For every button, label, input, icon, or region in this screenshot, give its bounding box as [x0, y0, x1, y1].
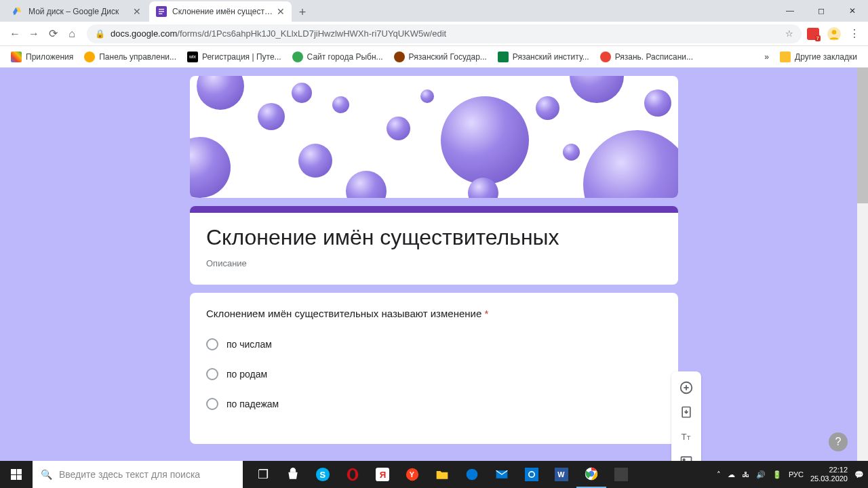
drive-icon — [12, 6, 23, 17]
bookmark-icon — [394, 52, 405, 62]
bookmark-icon: wix — [187, 52, 198, 62]
settings-icon[interactable] — [517, 461, 547, 488]
yandex-icon[interactable]: Я — [368, 461, 397, 488]
scrollbar[interactable] — [857, 68, 868, 461]
option-row[interactable]: по родам — [206, 368, 662, 380]
new-tab-button[interactable]: + — [293, 3, 312, 22]
taskbar-search[interactable]: 🔍Введите здесь текст для поиска — [33, 461, 243, 488]
forms-icon — [156, 6, 167, 17]
add-image-button[interactable] — [674, 449, 698, 461]
url-domain: docs.google.com — [111, 28, 177, 39]
import-question-button[interactable] — [674, 400, 698, 424]
close-window-button[interactable]: ✕ — [837, 0, 868, 22]
mail-icon[interactable] — [487, 461, 517, 488]
avatar-icon[interactable] — [827, 27, 841, 41]
star-icon[interactable]: ☆ — [785, 28, 793, 39]
add-title-button[interactable]: TT — [674, 424, 698, 449]
language-indicator[interactable]: РУС — [789, 470, 804, 479]
bookmark-icon — [498, 52, 509, 62]
menu-icon[interactable]: ⋮ — [849, 27, 860, 40]
volume-icon[interactable]: 🔊 — [756, 470, 766, 479]
svg-rect-3 — [159, 14, 162, 14]
notifications-icon[interactable]: 💬 — [854, 470, 864, 479]
svg-text:W: W — [557, 470, 565, 479]
bookmark-icon — [84, 52, 95, 62]
form-title[interactable]: Склонение имён существительных — [206, 225, 662, 250]
bookmark-item[interactable]: Сайт города Рыбн... — [287, 48, 389, 66]
tab-forms[interactable]: Склонение имён существитель ✕ — [149, 1, 292, 22]
url-input[interactable]: 🔒 docs.google.com/forms/d/1Pcs6ahpHk1J0_… — [87, 24, 802, 43]
option-row[interactable]: по падежам — [206, 398, 662, 410]
option-row[interactable]: по числам — [206, 338, 662, 350]
store-icon[interactable] — [278, 461, 308, 488]
url-path: /forms/d/1Pcs6ahpHk1J0_KLlxLD7jiHwzlwHWX… — [177, 28, 446, 39]
close-icon[interactable]: ✕ — [277, 6, 285, 17]
start-button[interactable] — [0, 461, 33, 488]
network-icon[interactable]: 🖧 — [742, 470, 749, 479]
system-tray: ˄ ☁ 🖧 🔊 🔋 РУС 22:12 25.03.2020 💬 — [717, 466, 868, 483]
required-marker: * — [484, 308, 488, 319]
radio-icon[interactable] — [206, 398, 218, 410]
tab-title: Склонение имён существитель — [172, 7, 273, 16]
onedrive-icon[interactable]: ☁ — [728, 470, 735, 479]
svg-text:T: T — [687, 434, 691, 441]
browser-titlebar: Мой диск – Google Диск ✕ Склонение имён … — [0, 0, 868, 22]
form-description[interactable]: Описание — [206, 258, 662, 268]
apps-icon — [11, 52, 22, 62]
back-button[interactable]: ← — [5, 24, 24, 43]
word-icon[interactable]: W — [547, 461, 576, 488]
skype-icon[interactable]: S — [308, 461, 338, 488]
clock[interactable]: 22:12 25.03.2020 — [810, 466, 848, 483]
svg-point-26 — [467, 469, 478, 481]
address-bar: ← → ⟳ ⌂ 🔒 docs.google.com/forms/d/1Pcs6a… — [0, 22, 868, 46]
yandex-browser-icon[interactable]: Y — [397, 461, 427, 488]
question-text[interactable]: Склонением имён существительных называют… — [206, 308, 662, 319]
bookmark-overflow[interactable]: » — [759, 48, 774, 66]
scrollbar-thumb[interactable] — [857, 68, 868, 203]
task-view-icon[interactable]: ❐ — [248, 461, 278, 488]
bookmark-icon — [292, 52, 303, 62]
apps-button[interactable]: Приложения — [5, 48, 79, 66]
opera-icon[interactable] — [338, 461, 368, 488]
taskbar: 🔍Введите здесь текст для поиска ❐ S Я Y … — [0, 461, 868, 488]
home-button[interactable]: ⌂ — [62, 24, 81, 43]
tab-drive[interactable]: Мой диск – Google Диск ✕ — [5, 1, 148, 22]
forward-button[interactable]: → — [24, 24, 43, 43]
svg-text:S: S — [319, 470, 326, 480]
bookmark-item[interactable]: Панель управлени... — [79, 48, 182, 66]
bookmarks-bar: Приложения Панель управлени... wixРегист… — [0, 46, 868, 68]
radio-icon[interactable] — [206, 338, 218, 350]
svg-rect-2 — [159, 11, 164, 12]
question-card[interactable]: Склонением имён существительных называют… — [190, 293, 678, 444]
bookmark-item[interactable]: Рязань. Расписани... — [595, 48, 698, 66]
svg-text:Я: Я — [380, 470, 387, 480]
windows-icon — [11, 469, 22, 480]
page-content: Склонение имён существительных Описание … — [0, 68, 868, 461]
add-question-button[interactable] — [674, 375, 698, 400]
help-button[interactable]: ? — [829, 432, 848, 451]
other-bookmarks[interactable]: Другие закладки — [774, 48, 863, 66]
battery-icon[interactable]: 🔋 — [772, 470, 782, 479]
svg-text:Y: Y — [410, 470, 415, 479]
bookmark-item[interactable]: Рязанский Государ... — [389, 48, 492, 66]
svg-text:T: T — [682, 432, 687, 442]
chrome-icon[interactable] — [576, 461, 606, 488]
radio-icon[interactable] — [206, 368, 218, 380]
extension-icon[interactable]: 7 — [807, 28, 819, 40]
minimize-button[interactable]: — — [774, 0, 806, 22]
tray-chevron-icon[interactable]: ˄ — [717, 470, 721, 479]
lock-icon: 🔒 — [95, 29, 105, 39]
form-title-card[interactable]: Склонение имён существительных Описание — [190, 206, 678, 285]
form-banner — [190, 76, 678, 198]
bookmark-item[interactable]: wixРегистрация | Путе... — [182, 48, 287, 66]
svg-rect-1 — [159, 9, 164, 9]
reload-button[interactable]: ⟳ — [43, 24, 62, 43]
tab-title: Мой диск – Google Диск — [28, 7, 129, 16]
edge-icon[interactable] — [457, 461, 487, 488]
explorer-icon[interactable] — [427, 461, 457, 488]
bookmark-item[interactable]: Рязанский институ... — [492, 48, 595, 66]
window-controls: — ◻ ✕ — [774, 0, 868, 22]
app-icon[interactable] — [606, 461, 636, 488]
maximize-button[interactable]: ◻ — [806, 0, 837, 22]
close-icon[interactable]: ✕ — [133, 6, 141, 17]
